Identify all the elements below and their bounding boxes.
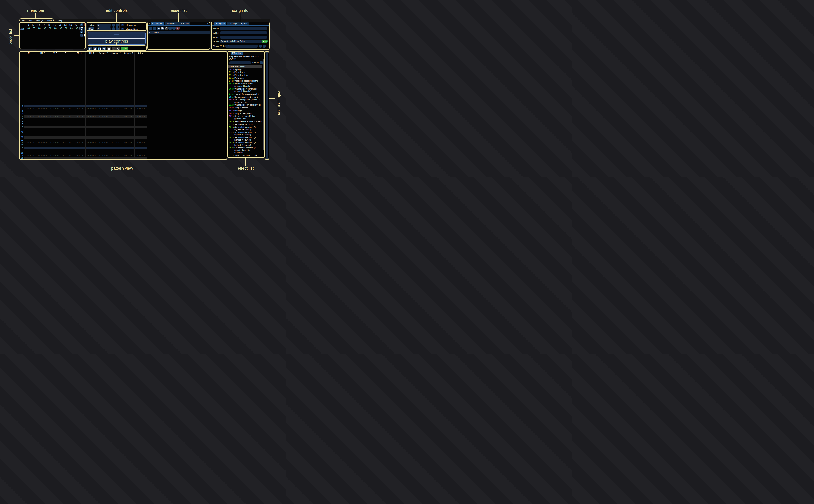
pattern-row[interactable]: 7 ··· ·· ·· ······· ·· ·· ······· ·· ·· … — [20, 123, 226, 126]
album-input[interactable] — [220, 36, 267, 39]
pattern-cell[interactable]: ··· ·· ·· ···· — [85, 141, 97, 144]
pattern-cell[interactable]: ··· ·· ·· ···· — [49, 107, 61, 110]
pattern-cell[interactable]: ··· ·· ·· ···· — [49, 154, 61, 157]
order-duplicate-end-button[interactable]: ∨∨ — [84, 30, 86, 33]
pattern-cell[interactable]: ··· ·· ·· ···· — [97, 110, 110, 113]
pattern-cell[interactable]: ··· ·· ·· ···· — [134, 152, 146, 154]
pattern-cell[interactable]: ··· ·· ·· ···· — [61, 147, 73, 149]
pattern-cell[interactable]: ··· ·· ·· ···· — [61, 105, 73, 107]
pattern-cell[interactable]: ··· ·· ·· ···· — [122, 113, 134, 115]
name-input[interactable] — [220, 27, 267, 30]
pattern-cell[interactable]: ··· ·· ·· ···· — [73, 118, 85, 120]
pattern-cell[interactable]: ··· ·· ·· ···· — [85, 144, 97, 146]
pattern-cell[interactable]: ··· ·· ·· ···· — [73, 115, 85, 118]
pattern-cell[interactable]: ··· ·· ·· ···· — [49, 147, 61, 149]
pattern-cell[interactable]: ··· ·· ·· ···· — [97, 157, 110, 160]
pattern-cell[interactable]: ··· ·· ·· ···· — [110, 144, 122, 146]
pattern-cell[interactable]: ··· ·· ·· ···· — [85, 128, 97, 131]
pattern-cell[interactable]: ··· ·· ·· ···· — [122, 134, 134, 136]
pattern-cell[interactable]: ··· ·· ·· ···· — [49, 134, 61, 136]
pattern-cell[interactable]: ··· ·· ·· ···· — [97, 139, 110, 141]
pattern-cell[interactable]: ··· ·· ·· ···· — [110, 149, 122, 152]
pattern-cell[interactable]: ··· ·· ·· ···· — [61, 144, 73, 146]
pattern-cell[interactable]: ··· ·· ·· ···· — [36, 147, 48, 149]
channel-header[interactable]: FM 6 — [85, 52, 97, 54]
pattern-cell[interactable]: ··· ·· ·· ···· — [134, 110, 146, 113]
pattern-cell[interactable]: ··· ·· ·· ···· — [122, 152, 134, 154]
pattern-cell[interactable]: ··· ·· ·· ···· — [24, 147, 36, 149]
pattern-cell[interactable]: ··· ·· ·· ···· — [97, 134, 110, 136]
pattern-cell[interactable]: ··· ·· ·· ···· — [49, 141, 61, 144]
pattern-cell[interactable]: ··· ·· ·· ···· — [110, 118, 122, 120]
pattern-cell[interactable]: ··· ·· ·· ···· — [24, 126, 36, 128]
add-instrument-button[interactable]: + — [149, 27, 152, 30]
pattern-cell[interactable]: ··· ·· ·· ···· — [61, 157, 73, 160]
pattern-row[interactable]: 20 ··· ·· ·· ······· ·· ·· ······· ·· ··… — [20, 157, 226, 160]
menu-item[interactable]: settings — [36, 19, 43, 22]
pattern-cell[interactable]: ··· ·· ·· ···· — [97, 105, 110, 107]
pattern-cell[interactable]: ··· ·· ·· ···· — [36, 157, 48, 160]
pattern-cell[interactable]: ··· ·· ·· ···· — [36, 126, 48, 128]
pattern-cell[interactable]: ··· ·· ·· ···· — [36, 113, 48, 115]
pattern-cell[interactable]: ··· ·· ·· ···· — [49, 139, 61, 141]
pattern-corner-expand[interactable]: ++ — [21, 52, 23, 54]
pattern-cell[interactable]: ··· ·· ·· ···· — [61, 113, 73, 115]
pattern-cell[interactable]: ··· ·· ·· ···· — [36, 139, 48, 141]
pattern-cell[interactable]: ··· ·· ·· ···· — [122, 107, 134, 110]
close-icon[interactable]: × — [266, 22, 268, 25]
pattern-cell[interactable]: ··· ·· ·· ···· — [110, 107, 122, 110]
pattern-cell[interactable]: ··· ·· ·· ···· — [134, 120, 146, 123]
pattern-cell[interactable]: ··· ·· ·· ···· — [122, 131, 134, 134]
pattern-cell[interactable]: ··· ·· ·· ···· — [97, 141, 110, 144]
pattern-cell[interactable]: ··· ·· ·· ···· — [61, 131, 73, 134]
pattern-cell[interactable]: ··· ·· ·· ···· — [49, 120, 61, 123]
menu-item[interactable]: file — [22, 19, 25, 22]
channel-header[interactable]: FM 1 — [24, 52, 36, 54]
stop-button[interactable] — [107, 47, 111, 50]
pattern-row[interactable]: 16 ··· ·· ·· ······· ·· ·· ······· ·· ··… — [20, 147, 226, 149]
pattern-cell[interactable]: ··· ·· ·· ···· — [122, 123, 134, 126]
octave-decrease-button[interactable]: - — [112, 24, 115, 27]
pattern-cell[interactable]: ··· ·· ·· ···· — [24, 110, 36, 113]
pattern-cell[interactable]: ··· ·· ·· ···· — [122, 147, 134, 149]
pattern-cell[interactable]: ··· ·· ·· ···· — [110, 113, 122, 115]
save-instrument-button[interactable] — [161, 27, 164, 30]
pattern-row[interactable]: 14 ··· ·· ·· ······· ·· ·· ······· ·· ··… — [20, 141, 226, 144]
pattern-cell[interactable]: ··· ·· ·· ···· — [122, 115, 134, 118]
metronome-button[interactable] — [112, 47, 116, 50]
pattern-cell[interactable]: ··· ·· ·· ···· — [85, 149, 97, 152]
pattern-cell[interactable]: ··· ·· ·· ···· — [73, 154, 85, 157]
pattern-cell[interactable]: ··· ·· ·· ···· — [110, 147, 122, 149]
pattern-cell[interactable]: ··· ·· ·· ···· — [122, 128, 134, 131]
channel-header[interactable]: Noise — [135, 52, 146, 54]
pattern-cell[interactable]: ··· ·· ·· ···· — [110, 152, 122, 154]
pattern-cell[interactable]: ··· ·· ·· ···· — [73, 136, 85, 139]
order-cell[interactable]: 00 — [69, 27, 74, 29]
pattern-cell[interactable]: ··· ·· ·· ···· — [49, 123, 61, 126]
pattern-cell[interactable]: ··· ·· ·· ···· — [122, 144, 134, 146]
pattern-cell[interactable]: ··· ·· ·· ···· — [134, 107, 146, 110]
pattern-cell[interactable]: ··· ·· ·· ···· — [134, 115, 146, 118]
pattern-cell[interactable]: ··· ·· ·· ···· — [134, 105, 146, 107]
pattern-row[interactable]: 1 ··· ·· ·· ······· ·· ·· ······· ·· ·· … — [20, 107, 226, 110]
order-move-up-button[interactable]: ∧ — [84, 27, 86, 30]
pattern-cell[interactable]: ··· ·· ·· ···· — [73, 152, 85, 154]
step-input[interactable]: 1 — [97, 27, 111, 30]
pattern-cell[interactable]: ··· ·· ·· ···· — [36, 131, 48, 134]
pattern-cell[interactable]: ··· ·· ·· ···· — [134, 123, 146, 126]
pattern-cell[interactable]: ··· ·· ·· ···· — [24, 141, 36, 144]
pattern-cell[interactable]: ··· ·· ·· ···· — [73, 147, 85, 149]
asset-tab[interactable]: Samples — [179, 22, 190, 25]
pattern-cell[interactable]: ··· ·· ·· ···· — [49, 118, 61, 120]
menu-item[interactable]: help — [58, 19, 62, 22]
pattern-cell[interactable]: ··· ·· ·· ···· — [110, 115, 122, 118]
pattern-cell[interactable]: ··· ·· ·· ···· — [61, 154, 73, 157]
pattern-cell[interactable]: ··· ·· ·· ···· — [85, 110, 97, 113]
pattern-cell[interactable]: ··· ·· ·· ···· — [97, 147, 110, 149]
pattern-cell[interactable]: ··· ·· ·· ···· — [97, 113, 110, 115]
pattern-cell[interactable]: ··· ·· ·· ···· — [24, 152, 36, 154]
pattern-row[interactable]: 4 ··· ·· ·· ······· ·· ·· ······· ·· ·· … — [20, 115, 226, 118]
pattern-cell[interactable]: ··· ·· ·· ···· — [73, 141, 85, 144]
pattern-cell[interactable]: ··· ·· ·· ···· — [24, 136, 36, 139]
pattern-cell[interactable]: ··· ·· ·· ···· — [36, 128, 48, 131]
